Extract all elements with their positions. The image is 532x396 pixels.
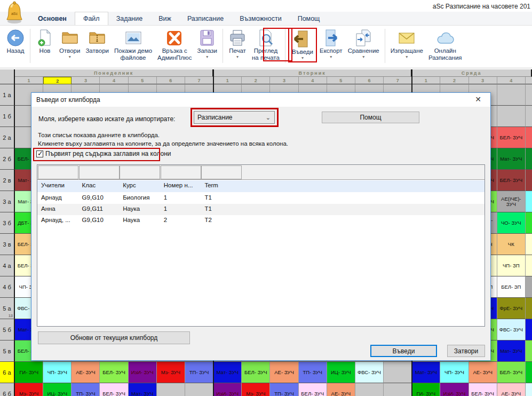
timetable-cell-lesson[interactable]: ЧО- ЗУЧ: [497, 212, 526, 234]
timetable-cell-empty[interactable]: [185, 383, 213, 396]
timetable-cell-lesson[interactable]: Мз- ЗУЧ: [242, 383, 270, 396]
refresh-clipboard-button[interactable]: Обнови от текущия клипборд: [38, 331, 190, 344]
timetable-cell-lesson[interactable]: БЕЛ- ЗУЧ: [299, 383, 327, 396]
timetable-cell-lesson[interactable]: БЕЛ- ЗУЧ: [497, 362, 526, 383]
timetable-cell-empty[interactable]: [157, 383, 185, 396]
table-column-header[interactable]: Курс: [123, 182, 136, 188]
timetable-cell-empty[interactable]: [526, 170, 532, 191]
timetable-cell-lesson[interactable]: ЧК: [497, 234, 526, 255]
timetable-cell-lesson[interactable]: БЕЛ- ЗУЧ: [100, 362, 128, 383]
timetable-cell-lesson[interactable]: БЕЛ- ЗУЧ: [469, 383, 497, 396]
column-mapping-header[interactable]: [38, 165, 78, 179]
open-folder-button[interactable]: Отвори▾: [57, 28, 83, 60]
timetable-cell-lesson[interactable]: АЕ- ЗУЧ: [270, 362, 298, 383]
timetable-cell-empty[interactable]: [526, 84, 532, 106]
tab-виж[interactable]: Виж: [150, 12, 179, 25]
print-button[interactable]: Печат▾: [226, 28, 249, 60]
timetable-cell-lesson[interactable]: Мз- ЗУЧ: [157, 362, 185, 383]
timetable-cell-lesson[interactable]: ТП- ЗУЧ: [185, 362, 213, 383]
demo-files-button[interactable]: Покажи демо файлове: [112, 28, 155, 62]
timetable-cell-empty[interactable]: [526, 127, 532, 148]
timetable-cell-lesson[interactable]: АЕ- ЗУЧ: [497, 383, 526, 396]
export-button[interactable]: Експорт▾: [317, 28, 345, 60]
timetable-cell-lesson[interactable]: ИЦ- ЗУЧ: [43, 383, 72, 396]
timetable-cell-lesson[interactable]: БЕЛ- ЗУЧ: [497, 127, 526, 148]
column-mapping-header[interactable]: [161, 165, 201, 179]
timetable-cell-lesson[interactable]: ЧП- ЗП: [497, 255, 526, 276]
timetable-cell-empty[interactable]: [384, 383, 412, 396]
first-row-headers-checkbox[interactable]: ✓: [36, 151, 43, 157]
timetable-cell-lesson[interactable]: БЕЛ- ЗУЧ: [497, 170, 526, 191]
timetable-cell-lesson[interactable]: М: [526, 212, 532, 234]
timetable-cell-lesson[interactable]: ГИ- ЗУЧ: [412, 383, 440, 396]
table-row[interactable]: АннаG9,G11Наука1T1: [37, 204, 485, 215]
timetable-cell-lesson[interactable]: ТП- ЗУЧ: [72, 383, 100, 396]
timetable-cell-empty[interactable]: [355, 383, 384, 396]
tab-помощ[interactable]: Помощ: [290, 12, 328, 25]
timetable-cell-lesson[interactable]: ТП- ЗУЧ: [270, 383, 298, 396]
timetable-cell-lesson[interactable]: Мат- ЗУЧ: [497, 148, 526, 170]
tab-възможности[interactable]: Възможности: [232, 12, 289, 25]
timetable-cell-lesson[interactable]: Мат- ЗУЧ: [497, 340, 526, 362]
timetable-cell-lesson[interactable]: ФВС- ЗУЧ: [497, 319, 526, 340]
column-mapping-header[interactable]: [120, 165, 160, 179]
table-column-header[interactable]: Учители: [41, 182, 65, 188]
timetable-cell-lesson[interactable]: П: [526, 234, 532, 255]
timetable-cell-empty[interactable]: [526, 106, 532, 127]
timetable-cell-lesson[interactable]: ФВС- ЗУЧ: [355, 362, 384, 383]
close-folder-button[interactable]: Затвори: [83, 28, 112, 56]
timetable-cell-lesson[interactable]: Мз- ЗУЧ: [15, 383, 43, 396]
timetable-cell-lesson[interactable]: ТП- ЗУЧ: [299, 362, 327, 383]
timetable-cell-empty[interactable]: [526, 362, 532, 383]
compare-button[interactable]: Сравнение▾: [345, 28, 382, 60]
timetable-cell-lesson[interactable]: Мат- ЗУЧ: [213, 362, 242, 383]
table-row[interactable]: Арнауд, ...G9,G10Наука2T2: [37, 215, 485, 226]
timetable-cell-lesson[interactable]: ГИ- ЗУЧ: [15, 362, 43, 383]
timetable-cell-empty[interactable]: [497, 106, 526, 127]
tab-задание[interactable]: Задание: [108, 12, 151, 25]
back-button[interactable]: Назад: [4, 28, 27, 56]
import-type-combobox[interactable]: Разписание ⌄: [194, 111, 275, 124]
timetable-cell-lesson[interactable]: ИзИ- ЗУЧ: [213, 383, 242, 396]
timetable-cell-lesson[interactable]: Р: [526, 298, 532, 319]
timetable-cell-lesson[interactable]: БЕЛ- ЗУЧ: [100, 383, 128, 396]
close-button[interactable]: Затвори: [447, 345, 485, 357]
new-file-button[interactable]: Нов: [33, 28, 57, 56]
timetable-cell-empty[interactable]: [384, 362, 412, 383]
timetable-cell-lesson[interactable]: БЕЛ- ЗП: [497, 276, 526, 298]
dialog-close-icon[interactable]: ✕: [473, 95, 483, 104]
timetable-cell-lesson[interactable]: Мат- ЗУЧ: [129, 383, 157, 396]
table-column-header[interactable]: Term: [204, 182, 218, 188]
timetable-cell-lesson[interactable]: ЧП- ЗУЧ: [440, 362, 469, 383]
timetable-cell-empty[interactable]: [526, 255, 532, 276]
send-button[interactable]: Изпращане▾: [388, 28, 426, 60]
table-column-header[interactable]: Клас: [82, 182, 96, 188]
timetable-cell-empty[interactable]: [526, 383, 532, 396]
table-row[interactable]: АрнаудG9,G10Биология1T1: [37, 193, 485, 204]
timetable-cell-lesson[interactable]: Б: [526, 148, 532, 170]
timetable-cell-lesson[interactable]: ИзИ- ЗУЧ: [440, 383, 469, 396]
timetable-cell-lesson[interactable]: Ч: [526, 191, 532, 212]
timetable-cell-empty[interactable]: [497, 84, 526, 106]
timetable-cell-lesson[interactable]: ИЦ- ЗУЧ: [327, 362, 355, 383]
timetable-cell-lesson[interactable]: А З: [526, 276, 532, 298]
online-cloud-button[interactable]: Онлайн Разписания: [426, 28, 465, 62]
timetable-cell-lesson[interactable]: ФрЕ- ЗУЧ: [497, 298, 526, 319]
timetable-cell-lesson[interactable]: Б: [526, 340, 532, 362]
timetable-cell-lesson[interactable]: АЕ- ЗУЧ: [72, 362, 100, 383]
column-mapping-header[interactable]: [201, 165, 242, 179]
tab-основен[interactable]: Основен: [30, 12, 75, 25]
tab-файл[interactable]: Файл: [75, 12, 108, 25]
timetable-cell-lesson[interactable]: ИзИ- ЗУЧ: [129, 362, 157, 383]
print-preview-button[interactable]: Преглед на печата: [249, 28, 282, 62]
timetable-cell-lesson[interactable]: ЧП- ЗУЧ: [43, 362, 72, 383]
column-mapping-header[interactable]: [79, 165, 120, 179]
help-button[interactable]: Помощ: [322, 112, 419, 123]
adminplus-button[interactable]: Връзка с АдминПлюс: [155, 28, 194, 62]
timetable-cell-lesson[interactable]: БЕЛ- ЗУЧ: [242, 362, 270, 383]
timetable-cell-lesson[interactable]: АЕ- ЗУЧ: [327, 383, 355, 396]
timetable-cell-lesson[interactable]: Мат- ЗУЧ: [412, 362, 440, 383]
table-column-header[interactable]: Номер н...: [164, 182, 193, 188]
import-button[interactable]: Въведи▾: [289, 29, 316, 61]
timetable-cell-lesson[interactable]: М: [526, 319, 532, 340]
